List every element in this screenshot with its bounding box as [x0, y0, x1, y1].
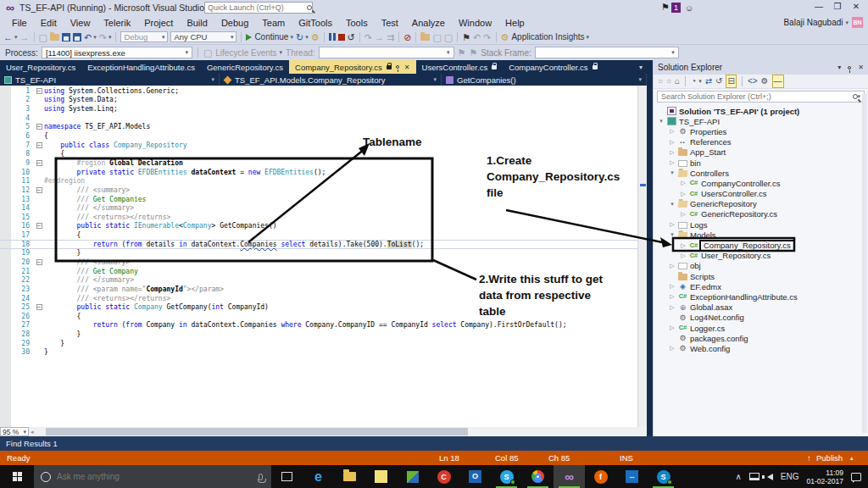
- code-line-3[interactable]: 3using System.Linq;: [0, 104, 637, 114]
- collapsed-arrow-icon[interactable]: ▷: [669, 149, 676, 156]
- code-line-24[interactable]: 24 /// <returns></returns>: [0, 294, 637, 303]
- edge-browser-icon[interactable]: e: [303, 465, 334, 488]
- skype-business-icon[interactable]: S: [648, 465, 679, 488]
- expanded-arrow-icon[interactable]: ▾: [669, 169, 676, 176]
- tree-item-CompanyController.cs[interactable]: ▷C#CompanyController.cs: [654, 178, 868, 188]
- view-code-icon[interactable]: <>: [748, 75, 758, 87]
- process-dropdown[interactable]: [11400] iisexpress.exe▾: [42, 47, 192, 58]
- flag-filter2-icon[interactable]: ⚑: [469, 47, 477, 58]
- tab-CompanyController.cs[interactable]: CompanyController.cs: [503, 60, 603, 74]
- notifications-button[interactable]: ⚑ 1: [661, 2, 681, 13]
- quick-launch-box[interactable]: [204, 2, 313, 14]
- collapsed-arrow-icon[interactable]: ▷: [669, 128, 676, 135]
- task-view-button[interactable]: [271, 465, 303, 488]
- volume-muted-icon[interactable]: [767, 474, 773, 480]
- chevron-down-icon[interactable]: ▾: [93, 34, 97, 41]
- menu-test[interactable]: Test: [375, 17, 405, 29]
- visual-studio-icon[interactable]: ∞: [554, 465, 585, 488]
- start-button[interactable]: [0, 465, 34, 488]
- collapsed-arrow-icon[interactable]: ▷: [680, 191, 687, 197]
- menu-file[interactable]: File: [5, 17, 34, 29]
- taskbar-clock[interactable]: 11:09 01-02-2017: [807, 469, 843, 485]
- menu-help[interactable]: Help: [498, 17, 531, 29]
- minimize-button[interactable]: —: [812, 2, 826, 11]
- restore-button[interactable]: ❐: [831, 2, 844, 11]
- zoom-dropdown[interactable]: 95 % ▾: [0, 427, 29, 436]
- step-over-icon[interactable]: →: [375, 32, 384, 42]
- code-line-19[interactable]: 19 }: [0, 249, 637, 258]
- undo-icon[interactable]: ↶: [84, 32, 92, 42]
- navigate-back-icon[interactable]: ←: [3, 32, 13, 42]
- tree-item-Global.asax[interactable]: ▷⊕Global.asax: [654, 302, 868, 313]
- feedback-icon[interactable]: ☺: [685, 3, 693, 13]
- code-line-14[interactable]: 14 /// </summary>: [0, 203, 637, 213]
- tree-item-Logs[interactable]: ▷Logs: [654, 219, 868, 230]
- firefox-icon[interactable]: f: [585, 465, 616, 488]
- code-line-16[interactable]: 16− public static IEnumerable<Company> G…: [0, 222, 637, 231]
- chrome-icon[interactable]: [522, 465, 554, 488]
- collapsed-arrow-icon[interactable]: ▷: [680, 180, 687, 186]
- collapsed-arrow-icon[interactable]: ▷: [680, 242, 687, 249]
- code-line-29[interactable]: 29 }: [0, 339, 637, 348]
- properties-icon[interactable]: ⚙: [761, 75, 769, 87]
- tree-item-TS_EF-API[interactable]: ▾TS_EF-API: [654, 116, 868, 126]
- expanded-arrow-icon[interactable]: ▾: [669, 231, 676, 238]
- expanded-arrow-icon[interactable]: ▾: [658, 118, 665, 125]
- code-line-22[interactable]: 22 /// </summary>: [0, 275, 637, 285]
- pin-icon[interactable]: [848, 66, 851, 69]
- pin-icon[interactable]: [396, 65, 399, 69]
- code-line-1[interactable]: 1−using System.Collections.Generic;: [0, 86, 637, 96]
- microphone-icon[interactable]: [259, 474, 263, 480]
- project-dropdown[interactable]: TS_EF-API ▾: [0, 74, 220, 86]
- collapsed-arrow-icon[interactable]: ▷: [680, 211, 687, 218]
- tab-Company_Repository.cs[interactable]: Company_Repository.cs✕: [289, 60, 416, 74]
- menu-window[interactable]: Window: [452, 17, 498, 29]
- bookmark-icon[interactable]: ⚑: [462, 32, 470, 42]
- fold-collapse-icon[interactable]: −: [36, 88, 42, 94]
- tree-item-bin[interactable]: ▷bin: [654, 158, 868, 168]
- collapsed-arrow-icon[interactable]: ▷: [669, 345, 676, 352]
- fold-collapse-icon[interactable]: −: [36, 304, 42, 310]
- horizontal-scrollbar[interactable]: [36, 427, 647, 436]
- cortana-search-box[interactable]: [34, 465, 271, 488]
- prev-bookmark-icon[interactable]: ↶: [473, 32, 481, 42]
- fold-collapse-icon[interactable]: −: [36, 160, 42, 166]
- collapsed-arrow-icon[interactable]: ▷: [669, 139, 676, 146]
- code-line-13[interactable]: 13 /// Get Companies: [0, 195, 637, 204]
- tree-item-Web.config[interactable]: ▷⚙Web.config: [654, 343, 868, 353]
- exception-settings-icon[interactable]: ⊘: [403, 32, 411, 42]
- menu-analyze[interactable]: Analyze: [405, 17, 452, 29]
- tab-overflow-dropdown[interactable]: ▾: [639, 60, 647, 74]
- member-dropdown[interactable]: GetCompanies() ▾: [442, 74, 647, 86]
- open-file-icon[interactable]: [50, 34, 59, 41]
- close-icon[interactable]: ✕: [404, 64, 410, 71]
- platform-dropdown[interactable]: Any CPU▾: [170, 31, 236, 42]
- tree-item-Solution 'TS_EF-API' (1 project)[interactable]: Solution 'TS_EF-API' (1 project): [654, 106, 868, 116]
- menu-team[interactable]: Team: [255, 17, 292, 29]
- menu-build[interactable]: Build: [180, 17, 214, 29]
- save-icon[interactable]: [62, 33, 70, 42]
- language-indicator[interactable]: ENG: [781, 472, 799, 481]
- quick-launch-input[interactable]: [208, 3, 307, 12]
- next-bookmark-icon[interactable]: ↷: [483, 32, 491, 42]
- tree-item-UsersController.cs[interactable]: ▷C#UsersController.cs: [654, 189, 868, 199]
- tab-User_Repository.cs[interactable]: User_Repository.cs: [0, 60, 81, 74]
- menu-debug[interactable]: Debug: [214, 17, 255, 29]
- code-line-8[interactable]: 8 {: [0, 149, 637, 158]
- tab-GenericRepository.cs[interactable]: GenericRepository.cs: [201, 60, 289, 74]
- stop-debugging-icon[interactable]: [338, 34, 345, 41]
- pending-changes-filter-icon[interactable]: ◔: [691, 75, 696, 87]
- code-editor[interactable]: 1−using System.Collections.Generic;2usin…: [0, 86, 647, 427]
- chevron-down-icon[interactable]: ▾: [305, 34, 309, 41]
- code-line-2[interactable]: 2using System.Data;: [0, 96, 637, 105]
- code-line-6[interactable]: 6{: [0, 131, 637, 141]
- chevron-down-icon[interactable]: ▾: [14, 34, 18, 41]
- solution-explorer-header[interactable]: Solution Explorer ▾ ✕: [654, 60, 868, 75]
- collapsed-arrow-icon[interactable]: ▷: [669, 283, 676, 290]
- fold-collapse-icon[interactable]: −: [36, 259, 42, 265]
- menu-tools[interactable]: Tools: [339, 17, 375, 29]
- panel-splitter[interactable]: [647, 60, 653, 436]
- tree-item-Logger.cs[interactable]: ▷C#Logger.cs: [654, 323, 868, 333]
- code-line-7[interactable]: 7− public class Company_Repository: [0, 141, 637, 150]
- tree-item-Scripts[interactable]: Scripts: [654, 271, 868, 281]
